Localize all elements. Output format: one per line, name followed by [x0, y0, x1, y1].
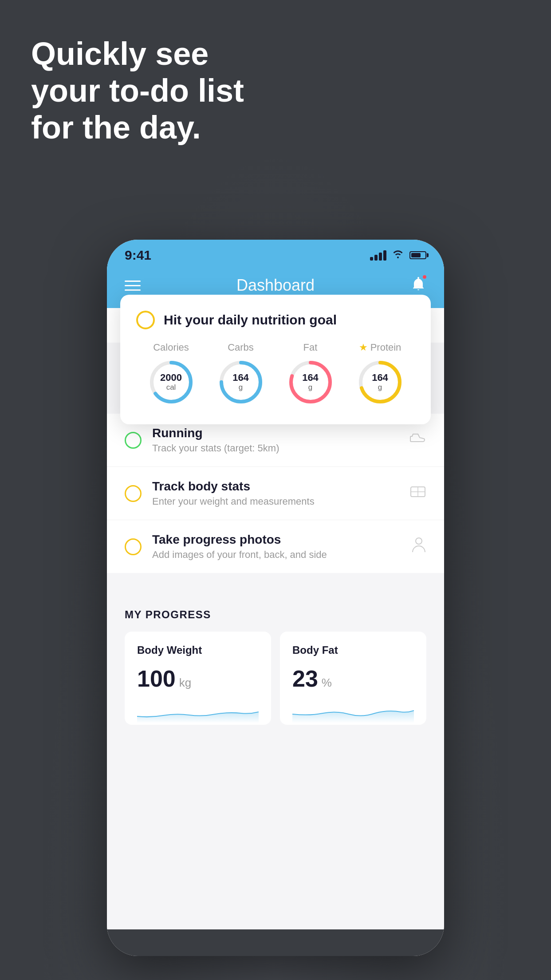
calories-label: Calories	[153, 342, 189, 353]
running-title: Running	[152, 426, 409, 440]
status-time: 9:41	[125, 248, 151, 263]
body-fat-title: Body Fat	[292, 644, 414, 656]
notification-dot	[422, 274, 427, 280]
photos-title: Take progress photos	[152, 533, 411, 547]
todo-list: Running Track your stats (target: 5km) T…	[107, 414, 444, 573]
fat-unit: g	[302, 383, 319, 392]
scale-icon	[409, 485, 426, 502]
carbs-label: Carbs	[228, 342, 254, 353]
protein-label: Protein	[370, 342, 401, 353]
phone-bottom	[107, 929, 444, 956]
nutrition-row: Calories 2000 cal Carbs	[136, 342, 415, 407]
status-icons	[370, 249, 426, 261]
battery-icon	[409, 251, 426, 259]
goal-checkbox[interactable]	[136, 311, 155, 329]
signal-icon	[370, 250, 386, 261]
protein-unit: g	[372, 383, 388, 392]
carbs-item: Carbs 164 g	[216, 342, 265, 407]
card-header: Hit your daily nutrition goal	[136, 311, 415, 329]
shoe-icon	[409, 431, 426, 449]
todo-item-body-stats[interactable]: Track body stats Enter your weight and m…	[107, 467, 444, 520]
body-fat-card: Body Fat 23 %	[280, 632, 426, 725]
fat-label: Fat	[303, 342, 318, 353]
body-stats-title: Track body stats	[152, 479, 409, 494]
photos-subtitle: Add images of your front, back, and side	[152, 549, 411, 561]
body-weight-value: 100	[137, 665, 176, 692]
protein-ring: 164 g	[356, 358, 405, 407]
protein-item: ★ Protein 164 g	[356, 342, 405, 407]
fat-ring: 164 g	[286, 358, 335, 407]
body-fat-unit: %	[322, 676, 332, 690]
todo-item-photos[interactable]: Take progress photos Add images of your …	[107, 520, 444, 573]
hero-line2: your to-do list	[31, 72, 244, 109]
calories-ring: 2000 cal	[147, 358, 196, 407]
calories-value: 2000	[160, 372, 182, 383]
body-stats-checkbox[interactable]	[125, 485, 142, 502]
carbs-unit: g	[232, 383, 249, 392]
running-checkbox[interactable]	[125, 432, 142, 449]
nutrition-card: Hit your daily nutrition goal Calories 2…	[120, 295, 431, 424]
card-title: Hit your daily nutrition goal	[164, 312, 337, 328]
hero-text: Quickly see your to-do list for the day.	[31, 36, 244, 146]
nav-title: Dashboard	[236, 276, 315, 295]
progress-header: MY PROGRESS	[125, 609, 426, 621]
notification-bell-button[interactable]	[410, 275, 426, 296]
body-stats-subtitle: Enter your weight and measurements	[152, 496, 409, 507]
calories-item: Calories 2000 cal	[147, 342, 196, 407]
carbs-ring: 164 g	[216, 358, 265, 407]
fat-value: 164	[302, 372, 319, 383]
status-bar: 9:41	[107, 240, 444, 267]
wifi-icon	[392, 249, 404, 261]
phone-content: THINGS TO DO TODAY Hit your daily nutrit…	[107, 308, 444, 929]
protein-value: 164	[372, 372, 388, 383]
phone-shell: 9:41 Dashboard	[107, 240, 444, 956]
calories-unit: cal	[160, 383, 182, 392]
body-weight-card: Body Weight 100 kg	[125, 632, 271, 725]
body-fat-value: 23	[292, 665, 318, 692]
body-weight-chart	[137, 701, 259, 723]
fat-item: Fat 164 g	[286, 342, 335, 407]
progress-cards: Body Weight 100 kg	[125, 632, 426, 725]
photos-checkbox[interactable]	[125, 538, 142, 555]
hero-line1: Quickly see	[31, 36, 244, 72]
progress-section: MY PROGRESS Body Weight 100 kg	[107, 591, 444, 725]
svg-point-11	[416, 538, 422, 544]
star-icon: ★	[359, 342, 368, 353]
menu-button[interactable]	[125, 281, 141, 291]
person-icon	[411, 537, 426, 557]
body-weight-unit: kg	[179, 676, 191, 690]
body-fat-chart	[292, 701, 414, 723]
running-subtitle: Track your stats (target: 5km)	[152, 443, 409, 454]
carbs-value: 164	[232, 372, 249, 383]
body-weight-title: Body Weight	[137, 644, 259, 656]
hero-line3: for the day.	[31, 109, 244, 146]
